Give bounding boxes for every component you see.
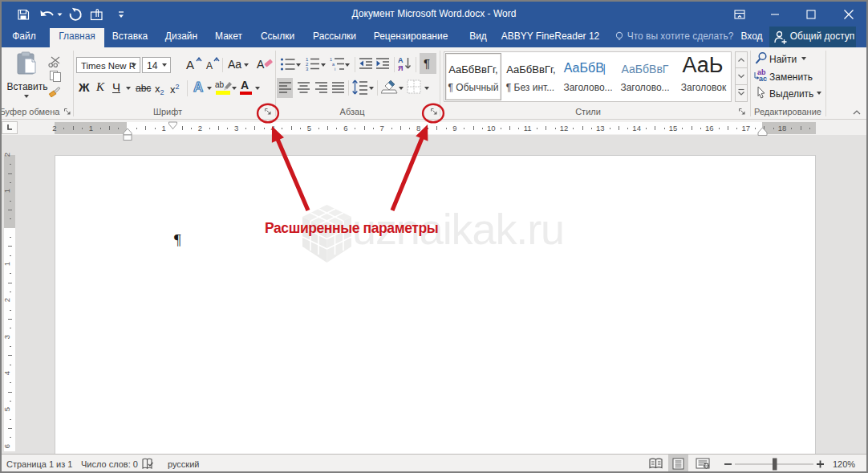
svg-text:i: i [335, 67, 335, 71]
svg-text:Я: Я [398, 64, 403, 72]
svg-text:3: 3 [306, 67, 309, 71]
svg-text:А: А [398, 56, 404, 64]
svg-text:ac: ac [759, 75, 767, 82]
svg-text:А: А [193, 80, 203, 94]
svg-text:a: a [332, 62, 335, 67]
svg-text:ab: ab [215, 80, 225, 89]
